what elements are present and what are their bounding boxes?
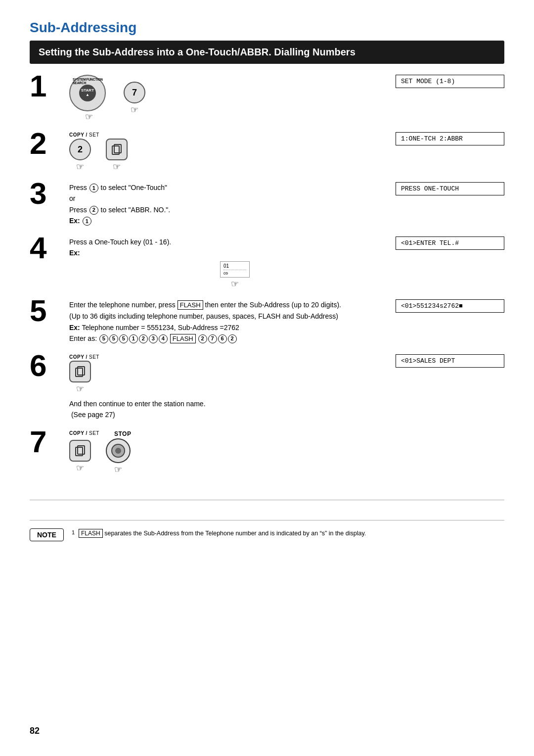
step-3: 3 Press 1 to select "One-Touch" or Press… — [30, 182, 504, 227]
note-number: 1 — [72, 528, 75, 538]
step-number-7: 7 — [30, 426, 64, 457]
note-section: NOTE 1 FLASH separates the Sub-Address f… — [30, 520, 504, 541]
finger-icon-copyset-2: ☞ — [113, 161, 121, 172]
step-1-diagram: START▲ SYSTEMSEARCH FUNCTION ☞ 7 ☞ — [69, 75, 386, 122]
btn-copyset-group: ☞ — [106, 139, 128, 172]
steps-container: 1 START▲ SYSTE — [30, 75, 504, 485]
btn-copyset-2[interactable] — [106, 139, 128, 160]
step-5-lcd: <01>551234s2762■ — [396, 299, 504, 313]
copy-set-label-6: COPY / SET — [69, 354, 386, 360]
step-6-diagram: ☞ — [69, 361, 386, 394]
btn-copyset-6-group: ☞ — [69, 361, 91, 394]
copy-set-label-2: COPY / SET — [69, 132, 386, 138]
step-4: 4 Press a One-Touch key (01 - 16). Ex: 0… — [30, 236, 504, 290]
circle-2: 2 — [89, 206, 98, 215]
btn-copyset-6[interactable] — [69, 361, 91, 382]
step-7: 7 COPY / SET STOP ☞ — [30, 430, 504, 475]
finger-icon-stop: ☞ — [114, 464, 122, 475]
step-number-6: 6 — [30, 350, 64, 381]
step-3-content: Press 1 to select "One-Touch" or Press 2… — [64, 182, 386, 227]
step-number-1: 1 — [30, 71, 64, 101]
flash-box-5: FLASH — [178, 300, 203, 310]
circle-4c: 4 — [159, 334, 168, 343]
flash-box-5b: FLASH — [170, 334, 196, 343]
step-6-aside: <01>SALES DEPT — [396, 354, 504, 368]
page-title: Sub-Addressing — [30, 20, 504, 36]
step-1: 1 START▲ SYSTE — [30, 75, 504, 122]
step-number-2: 2 — [30, 128, 64, 159]
step-5-content: Enter the telephone number, press FLASH … — [64, 299, 386, 344]
step-1-content: START▲ SYSTEMSEARCH FUNCTION ☞ 7 ☞ — [64, 75, 386, 122]
finger-icon-4: ☞ — [231, 279, 239, 289]
step-3-aside: PRESS ONE-TOUCH — [396, 182, 504, 195]
step-number-5: 5 — [30, 295, 64, 326]
step-2: 2 COPY / SET 2 ☞ ☞ — [30, 132, 504, 172]
dial-button-group: START▲ SYSTEMSEARCH FUNCTION ☞ — [69, 75, 109, 122]
step-7-content: COPY / SET STOP ☞ — [64, 430, 386, 475]
btn-stop[interactable] — [106, 438, 131, 463]
step-1-aside: SET MODE (1-8) — [396, 75, 504, 88]
circle-3c: 3 — [149, 334, 158, 343]
step-6-lcd: <01>SALES DEPT — [396, 354, 504, 368]
page-number: 82 — [30, 726, 40, 736]
finger-icon-dial: ☞ — [85, 111, 93, 122]
note-text-area: FLASH separates the Sub-Address from the… — [79, 528, 366, 538]
one-touch-key-area: 01 09 ☞ — [84, 261, 386, 289]
step-2-lcd: 1:ONE-TCH 2:ABBR — [396, 132, 504, 145]
btn-7[interactable]: 7 — [124, 82, 145, 103]
step-2-diagram: 2 ☞ ☞ — [69, 139, 386, 172]
note-flash-box: FLASH — [79, 529, 103, 538]
step-5-aside: <01>551234s2762■ — [396, 299, 504, 313]
btn-2[interactable]: 2 — [69, 139, 91, 160]
finger-icon-copyset-6: ☞ — [76, 383, 84, 394]
circle-1: 1 — [89, 184, 98, 192]
step-5-text: Enter the telephone number, press FLASH … — [69, 299, 386, 344]
stop-label-7: STOP — [114, 430, 131, 437]
note-divider — [30, 500, 504, 500]
circle-1b: 1 — [83, 217, 91, 226]
finger-icon-copyset-7: ☞ — [76, 463, 84, 473]
circle-5c: 5 — [119, 334, 128, 343]
circle-5b: 5 — [109, 334, 118, 343]
step-7-diagram: ☞ ☞ — [69, 438, 386, 475]
step-3-text: Press 1 to select "One-Touch" or Press 2… — [69, 182, 386, 227]
circle-2c: 2 — [139, 334, 148, 343]
circle-1c: 1 — [129, 334, 138, 343]
one-touch-key-display: 01 09 — [220, 261, 250, 278]
section-header: Setting the Sub-Address into a One-Touch… — [30, 41, 504, 64]
circle-5a: 5 — [99, 334, 108, 343]
step-number-3: 3 — [30, 178, 64, 209]
btn-2-group: 2 ☞ — [69, 139, 91, 172]
circle-2e: 2 — [228, 334, 237, 343]
step-5: 5 Enter the telephone number, press FLAS… — [30, 299, 504, 344]
step-number-4: 4 — [30, 233, 64, 263]
finger-icon-7: ☞ — [131, 104, 138, 115]
step-1-lcd: SET MODE (1-8) — [396, 75, 504, 88]
circle-7a: 7 — [208, 334, 217, 343]
btn-7-group: 7 ☞ — [124, 82, 145, 115]
one-touch-key-group: 01 09 ☞ — [84, 261, 386, 289]
step-2-aside: 1:ONE-TCH 2:ABBR — [396, 132, 504, 145]
finger-icon-2: ☞ — [76, 161, 84, 172]
note-content: 1 FLASH separates the Sub-Address from t… — [72, 528, 366, 538]
note-text: separates the Sub-Address from the Telep… — [104, 530, 366, 537]
circle-6a: 6 — [218, 334, 227, 343]
step-7-labels: COPY / SET STOP — [69, 430, 386, 438]
note-label: NOTE — [30, 528, 64, 541]
circle-2d: 2 — [198, 334, 207, 343]
step-4-content: Press a One-Touch key (01 - 16). Ex: 01 … — [64, 236, 386, 290]
copy-set-label-7: COPY / SET — [69, 430, 99, 436]
step-4-aside: <01>ENTER TEL.# — [396, 236, 504, 250]
step-2-content: COPY / SET 2 ☞ ☞ — [64, 132, 386, 172]
step-4-lcd: <01>ENTER TEL.# — [396, 236, 504, 250]
btn-copyset-7-group: ☞ — [69, 440, 91, 473]
step-6: 6 COPY / SET ☞ And then continue to ente… — [30, 354, 504, 421]
step-3-lcd: PRESS ONE-TOUCH — [396, 182, 504, 195]
btn-copyset-7[interactable] — [69, 440, 91, 462]
step-6-text: And then continue to enter the station n… — [69, 398, 386, 421]
btn-stop-group: ☞ — [106, 438, 131, 475]
step-6-content: COPY / SET ☞ And then continue to enter … — [64, 354, 386, 421]
step-4-text: Press a One-Touch key (01 - 16). Ex: — [69, 236, 386, 259]
